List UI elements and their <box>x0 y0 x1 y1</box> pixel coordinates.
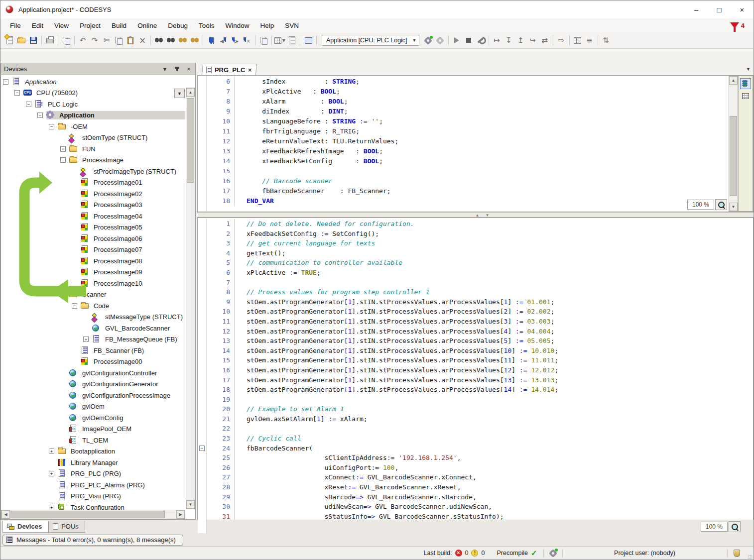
tree-item-gvl-barcodescanner[interactable]: GVL_BarcodeScanner <box>1 323 185 334</box>
tree-item-tl-oem[interactable]: EETL_OEM <box>1 435 185 446</box>
find-icon[interactable] <box>153 34 165 46</box>
save-project-icon[interactable] <box>27 34 39 46</box>
tree-item-plc-logic[interactable]: −PLC Logic <box>1 99 185 110</box>
redo-icon[interactable]: ↷ <box>89 34 101 46</box>
delete-icon[interactable]: × <box>136 34 148 46</box>
bookmark-toggle-icon[interactable] <box>205 34 217 46</box>
tree-item-stprocimagetype-struct-[interactable]: stProcImageType (STRUCT) <box>1 166 185 177</box>
tree-item-cpu-705002-[interactable]: −CPUCPU (705002) <box>1 88 185 99</box>
tree-item-imagepool-oem[interactable]: EEImagePool_OEM <box>1 424 185 435</box>
scroll-down-icon[interactable]: ▼ <box>729 203 738 211</box>
tree-item-gvlconfigurationprocessimage[interactable]: gvlConfigurationProcessImage <box>1 390 185 401</box>
collapse-icon[interactable]: − <box>60 292 66 297</box>
tree-item-stoemtype-struct-[interactable]: stOemType (STRUCT) <box>1 132 185 144</box>
tree-item-fun[interactable]: +FUN <box>1 143 185 155</box>
bottom-tab-devices[interactable]: Devices <box>2 521 48 533</box>
pragma-flag-badge[interactable]: 4 <box>730 22 745 29</box>
pin-icon[interactable] <box>173 66 180 72</box>
paste-icon[interactable] <box>125 34 136 46</box>
implementation-editor[interactable]: − 1// Do not delete. Needed for configur… <box>197 218 754 534</box>
menu-item-edit[interactable]: Edit <box>26 20 49 31</box>
scroll-up-icon[interactable]: ▲ <box>729 76 738 85</box>
reset-icon[interactable]: ⇄ <box>539 34 551 46</box>
resize-grip[interactable]: ◫ <box>748 554 753 560</box>
tree-item-gvlconfigurationgenerator[interactable]: gvlConfigurationGenerator <box>1 379 185 390</box>
copy-icon[interactable] <box>113 34 125 46</box>
bottom-tab-pous[interactable]: POUs <box>48 521 85 533</box>
tree-item-processimage00[interactable]: ProcessImage00 <box>1 356 185 368</box>
menu-item-file[interactable]: File <box>4 20 26 31</box>
declarations-table-icon[interactable] <box>572 34 584 46</box>
recompile-icon[interactable]: ⇅ <box>600 34 612 46</box>
tree-vertical-scrollbar[interactable]: ▲ ▼ <box>186 88 195 509</box>
tree-item-code[interactable]: −Code <box>1 300 185 312</box>
messages-tab[interactable]: Messages - Total 0 error(s), 0 warning(s… <box>2 535 183 546</box>
scrollbar-thumb[interactable] <box>730 116 737 196</box>
step-into-icon[interactable]: ↧ <box>503 34 515 46</box>
tree-item-prg-plc-prg-[interactable]: +PRG_PLC (PRG) <box>1 468 185 480</box>
tree-item-gvloem[interactable]: gvlOem <box>1 401 185 413</box>
logout-icon[interactable] <box>434 34 446 46</box>
tree-item-processimage10[interactable]: ProcessImage10 <box>1 278 185 289</box>
new-table-icon[interactable]: ▼ <box>274 34 286 46</box>
replace-object-icon[interactable] <box>189 34 201 46</box>
tree-item-processimage06[interactable]: ProcessImage06 <box>1 233 185 244</box>
tabular-view-button[interactable] <box>740 91 751 102</box>
collapse-icon[interactable]: − <box>26 102 31 107</box>
tree-item-processimage05[interactable]: ProcessImage05 <box>1 222 185 233</box>
editor-splitter[interactable]: ▲ ▼ <box>197 212 754 218</box>
input-assistant-icon[interactable] <box>302 34 314 46</box>
export-document-icon[interactable] <box>286 34 298 46</box>
zoom-magnifier-icon[interactable] <box>715 199 727 210</box>
bookmark-clear-icon[interactable]: × <box>241 34 253 46</box>
close-button[interactable]: × <box>731 0 754 18</box>
menu-item-debug[interactable]: Debug <box>162 20 193 31</box>
tab-prg-plc[interactable]: PRG_PLC × <box>202 64 257 75</box>
bookmark-prev-icon[interactable]: ◀ <box>217 34 229 46</box>
tree-item-processimage03[interactable]: ProcessImage03 <box>1 200 185 211</box>
scrollbar-thumb[interactable] <box>10 511 165 518</box>
step-over-icon[interactable]: ↦ <box>491 34 503 46</box>
stop-icon[interactable] <box>463 34 475 46</box>
tree-item-processimage01[interactable]: ProcessImage01 <box>1 177 185 189</box>
run-to-cursor-icon[interactable]: ↪ <box>527 34 539 46</box>
menu-item-online[interactable]: Online <box>132 20 162 31</box>
replace-icon[interactable] <box>165 34 177 46</box>
expand-icon[interactable]: + <box>49 471 54 476</box>
menu-item-build[interactable]: Build <box>106 20 132 31</box>
expand-icon[interactable]: + <box>60 146 66 152</box>
tree-item-fb-scanner-fb-[interactable]: FB_Scanner (FB) <box>1 345 185 356</box>
step-out-icon[interactable]: ↥ <box>515 34 527 46</box>
tree-item-prg-visu-prg-[interactable]: PRG_Visu (PRG) <box>1 491 185 502</box>
textual-view-button[interactable] <box>740 78 751 89</box>
copy-all-icon[interactable] <box>257 34 269 46</box>
devices-tree[interactable]: −Application−CPUCPU (705002)−PLC Logic−A… <box>0 75 196 520</box>
collapse-icon[interactable]: − <box>14 90 20 96</box>
tree-item-application[interactable]: −Application <box>1 110 185 121</box>
collapse-icon[interactable]: − <box>37 112 43 118</box>
panel-close-icon[interactable]: × <box>185 65 192 73</box>
tab-list-dropdown-icon[interactable]: ▼ <box>746 67 751 72</box>
build-icon[interactable] <box>475 34 487 46</box>
collapse-region-icon[interactable]: − <box>199 446 205 451</box>
collapse-icon[interactable]: − <box>60 157 66 163</box>
start-icon[interactable] <box>451 34 463 46</box>
tree-item-library-manager[interactable]: Library Manager <box>1 457 185 468</box>
menu-item-svn[interactable]: SVN <box>279 20 304 31</box>
bookmark-next-icon[interactable]: ▶ <box>229 34 241 46</box>
implementation-zoom-level[interactable]: 100 % <box>701 522 728 532</box>
menu-item-window[interactable]: Window <box>220 20 254 31</box>
copy-format-icon[interactable] <box>60 34 72 46</box>
collapse-icon[interactable]: − <box>72 303 77 309</box>
tree-horizontal-scrollbar[interactable]: ◀ ▶ <box>1 510 185 519</box>
expand-icon[interactable]: + <box>83 336 89 342</box>
collapse-icon[interactable]: − <box>49 124 54 129</box>
scroll-left-icon[interactable]: ◀ <box>1 510 10 519</box>
tab-close-icon[interactable]: × <box>248 66 251 73</box>
tree-item-bootapplication[interactable]: +Bootapplication <box>1 446 185 457</box>
splitter-down-icon[interactable]: ▼ <box>485 213 489 218</box>
show-next-statement-icon[interactable]: ⇨ <box>555 34 567 46</box>
menu-item-tools[interactable]: Tools <box>193 20 220 31</box>
declaration-zoom-level[interactable]: 100 % <box>687 200 714 210</box>
tree-item-processimage[interactable]: −ProcessImage <box>1 155 185 166</box>
